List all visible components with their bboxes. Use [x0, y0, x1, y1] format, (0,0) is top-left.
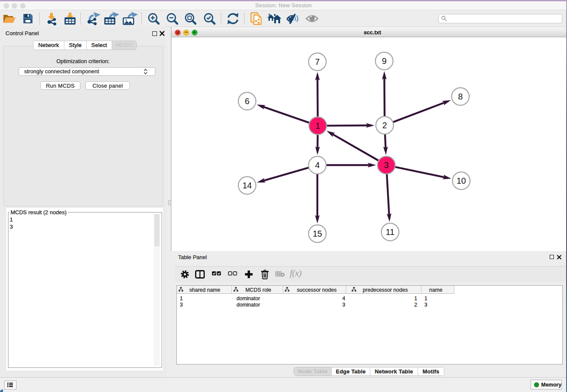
- svg-text:14: 14: [242, 181, 252, 190]
- svg-text:10: 10: [457, 176, 466, 185]
- svg-text:3: 3: [384, 160, 388, 170]
- svg-text:8: 8: [458, 92, 462, 101]
- svg-text:2: 2: [382, 121, 387, 130]
- svg-text:7: 7: [315, 57, 319, 66]
- svg-text:6: 6: [245, 97, 249, 106]
- svg-text:15: 15: [313, 229, 322, 238]
- svg-text:1: 1: [315, 121, 320, 130]
- svg-text:11: 11: [386, 227, 395, 237]
- svg-text:9: 9: [382, 56, 386, 66]
- svg-text:4: 4: [315, 160, 319, 170]
